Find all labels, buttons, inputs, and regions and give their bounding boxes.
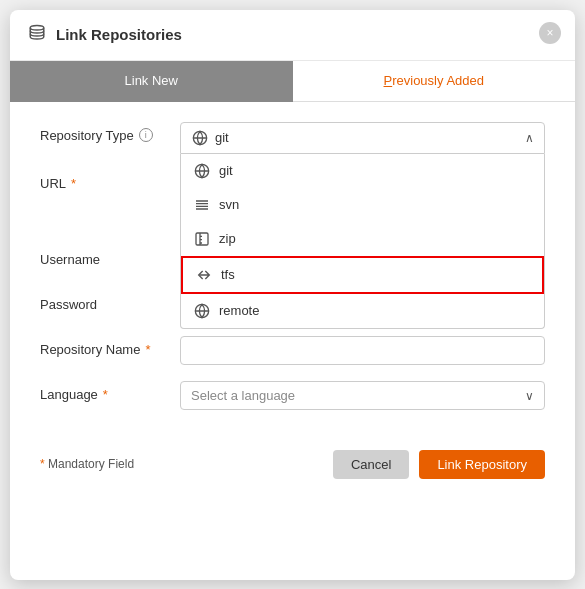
info-icon[interactable]: i xyxy=(139,128,153,142)
url-required: * xyxy=(71,176,76,191)
git-label: git xyxy=(219,163,233,178)
link-repository-button[interactable]: Link Repository xyxy=(419,450,545,479)
footer-buttons: Cancel Link Repository xyxy=(333,450,545,479)
database-icon xyxy=(28,24,46,46)
remote-label: remote xyxy=(219,303,259,318)
modal-header: Link Repositories × xyxy=(10,10,575,61)
repo-type-selected: git xyxy=(191,129,229,147)
chevron-down-icon xyxy=(525,388,534,403)
repo-type-dropdown-trigger[interactable]: git xyxy=(180,122,545,154)
dropdown-item-git[interactable]: git xyxy=(181,154,544,188)
repo-type-dropdown-list: git svn xyxy=(180,154,545,329)
repo-type-value: git xyxy=(215,130,229,145)
repo-name-required: * xyxy=(145,342,150,357)
repo-name-label: Repository Name * xyxy=(40,336,180,357)
tabs-container: Link New Previously Added xyxy=(10,61,575,102)
git-globe-icon xyxy=(191,129,209,147)
url-label: URL * xyxy=(40,170,180,191)
dropdown-item-remote[interactable]: remote xyxy=(181,294,544,328)
tab-previously-added-label: Previously Added xyxy=(384,73,484,88)
link-repositories-modal: Link Repositories × Link New Previously … xyxy=(10,10,575,580)
dropdown-item-zip[interactable]: zip xyxy=(181,222,544,256)
repo-name-input[interactable] xyxy=(180,336,545,365)
repo-type-dropdown-wrap: git git xyxy=(180,122,545,154)
dropdown-item-svn[interactable]: svn xyxy=(181,188,544,222)
language-label: Language * xyxy=(40,381,180,402)
form-body: Repository Type i git xyxy=(10,102,575,436)
modal-footer: * Mandatory Field Cancel Link Repository xyxy=(10,436,575,485)
repo-type-row: Repository Type i git xyxy=(40,122,545,154)
svg-point-0 xyxy=(30,25,44,30)
zip-label: zip xyxy=(219,231,236,246)
modal-title: Link Repositories xyxy=(56,26,182,43)
chevron-up-icon xyxy=(525,130,534,145)
password-label: Password xyxy=(40,291,180,312)
git-icon xyxy=(193,162,211,180)
tab-previously-added[interactable]: Previously Added xyxy=(293,61,576,102)
language-row: Language * Select a language xyxy=(40,381,545,410)
close-button[interactable]: × xyxy=(539,22,561,44)
repo-type-label: Repository Type i xyxy=(40,122,180,143)
remote-icon xyxy=(193,302,211,320)
dropdown-item-tfs[interactable]: tfs xyxy=(181,256,544,294)
language-required: * xyxy=(103,387,108,402)
username-label: Username xyxy=(40,246,180,267)
zip-icon xyxy=(193,230,211,248)
tab-link-new[interactable]: Link New xyxy=(10,61,293,102)
tfs-label: tfs xyxy=(221,267,235,282)
cancel-button[interactable]: Cancel xyxy=(333,450,409,479)
language-dropdown[interactable]: Select a language xyxy=(180,381,545,410)
tfs-icon xyxy=(195,266,213,284)
repo-name-row: Repository Name * xyxy=(40,336,545,365)
mandatory-field-text: * Mandatory Field xyxy=(40,457,134,471)
language-dropdown-wrap: Select a language xyxy=(180,381,545,410)
repo-name-input-wrap xyxy=(180,336,545,365)
language-placeholder: Select a language xyxy=(191,388,295,403)
svn-label: svn xyxy=(219,197,239,212)
svn-icon xyxy=(193,196,211,214)
